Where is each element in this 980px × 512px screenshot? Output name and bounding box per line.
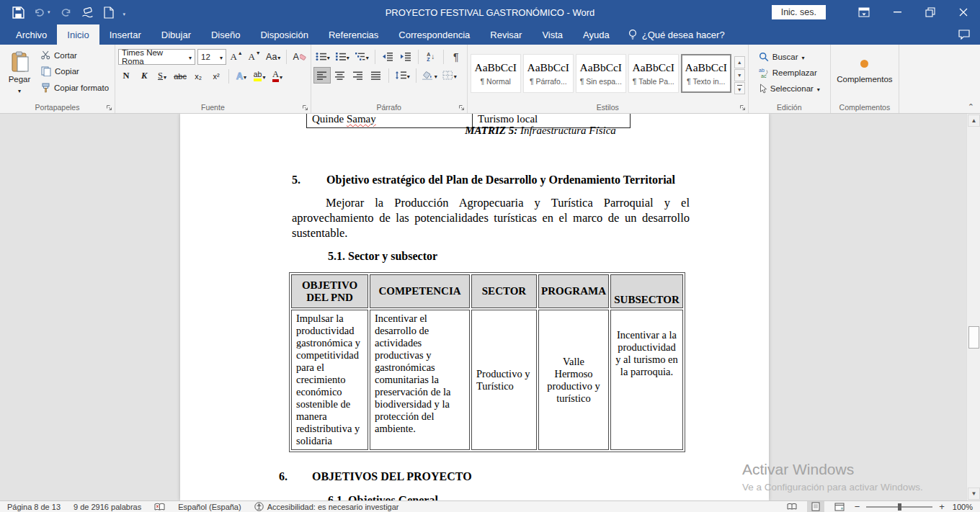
tab-dibujar[interactable]: Dibujar	[151, 24, 201, 45]
style-table-paragraph[interactable]: AaBbCcI ¶ Table Pa...	[628, 54, 679, 93]
style-normal[interactable]: AaBbCcI ¶ Normal	[471, 54, 521, 93]
tab-diseno[interactable]: Diseño	[201, 24, 250, 45]
italic-button[interactable]: K	[136, 68, 152, 84]
tab-insertar[interactable]: Insertar	[99, 24, 151, 45]
dialog-launcher-icon[interactable]	[302, 104, 308, 111]
dialog-launcher-icon[interactable]	[106, 104, 112, 111]
save-icon[interactable]	[12, 5, 24, 19]
align-right-button[interactable]	[350, 68, 366, 83]
superscript-button[interactable]: x²	[208, 68, 224, 84]
clear-formatting-button[interactable]: A	[291, 50, 307, 65]
paste-button[interactable]: Pegar	[3, 48, 36, 98]
line-spacing-button[interactable]	[393, 68, 411, 83]
select-button[interactable]: Seleccionar	[756, 82, 823, 95]
page-indicator[interactable]: Página 8 de 13	[7, 503, 61, 511]
sort-a-glyph: A	[427, 52, 430, 57]
show-paragraph-marks-button[interactable]: ¶	[448, 49, 464, 64]
collapse-ribbon-icon[interactable]: ⌃	[968, 102, 974, 112]
tab-ayuda[interactable]: Ayuda	[573, 24, 620, 45]
word-count[interactable]: 9 de 2916 palabras	[74, 503, 141, 511]
style-parrafo[interactable]: AaBbCcI ¶ Párrafo...	[523, 54, 574, 93]
vertical-scrollbar[interactable]: ▲ ▼	[966, 114, 980, 500]
dialog-launcher-icon[interactable]	[739, 104, 746, 111]
zoom-level[interactable]: 100%	[953, 503, 973, 511]
feedback-icon[interactable]	[958, 24, 970, 45]
font-color-button[interactable]: A	[270, 68, 285, 84]
bullets-dropdown-icon	[327, 52, 330, 62]
style-sin-espaciado[interactable]: AaBbCcI ¶ Sin espa...	[576, 54, 626, 93]
increase-indent-button[interactable]	[398, 49, 414, 64]
justify-button[interactable]	[368, 68, 384, 83]
zoom-in-button[interactable]	[939, 501, 945, 512]
styles-scroll-down-icon[interactable]: ▼	[734, 69, 745, 81]
tab-correspondencia[interactable]: Correspondencia	[388, 24, 480, 45]
align-center-button[interactable]	[332, 68, 348, 83]
numbering-button[interactable]	[334, 49, 351, 64]
subscript-button[interactable]: x₂	[190, 68, 206, 84]
borders-button[interactable]	[441, 68, 458, 83]
tab-referencias[interactable]: Referencias	[318, 24, 388, 45]
bullets-button[interactable]	[314, 49, 331, 64]
tab-inicio[interactable]: Inicio	[57, 24, 99, 45]
draw-eraser-icon[interactable]	[81, 5, 94, 19]
misspelled-word: Samay	[347, 114, 376, 125]
font-name-dropdown-icon	[189, 53, 192, 61]
highlight-button[interactable]: ab	[251, 68, 267, 84]
language-indicator[interactable]: Español (España)	[178, 503, 241, 511]
customize-qat-icon[interactable]	[123, 5, 126, 19]
zoom-slider-thumb[interactable]	[898, 503, 901, 511]
tab-archivo[interactable]: Archivo	[6, 24, 57, 45]
dialog-launcher-icon[interactable]	[458, 104, 465, 111]
styles-more-icon[interactable]: ▼	[734, 82, 745, 94]
style-preview: AaBbCcI	[632, 61, 674, 74]
restore-button[interactable]	[914, 0, 947, 24]
shrink-font-button[interactable]: A▼	[246, 50, 262, 65]
read-mode-icon[interactable]	[783, 501, 801, 512]
numbering-icon	[335, 52, 346, 61]
new-document-icon[interactable]	[104, 5, 114, 19]
tab-vista[interactable]: Vista	[532, 24, 573, 45]
grow-font-button[interactable]: A▲	[228, 50, 244, 65]
zoom-slider[interactable]	[866, 506, 932, 508]
copy-button[interactable]: Copiar	[38, 65, 112, 78]
sign-in-button[interactable]: Inic. ses.	[772, 5, 826, 19]
undo-icon[interactable]	[34, 5, 50, 19]
sort-button[interactable]: AZ ↓	[423, 49, 439, 64]
format-painter-button[interactable]: Copiar formato	[38, 81, 112, 94]
scroll-up-icon[interactable]: ▲	[968, 114, 980, 127]
ribbon-display-options-icon[interactable]	[847, 0, 881, 24]
shading-button[interactable]	[421, 68, 439, 83]
close-button[interactable]	[947, 0, 980, 24]
zoom-out-button[interactable]	[855, 501, 860, 512]
minimize-button[interactable]	[881, 0, 914, 24]
proofing-status[interactable]	[154, 503, 165, 511]
replace-button[interactable]: abac Reemplazar	[756, 66, 823, 79]
print-layout-icon[interactable]	[807, 501, 824, 512]
text-effects-button[interactable]: A	[233, 68, 249, 84]
tell-me-box[interactable]: ¿Qué desea hacer?	[620, 24, 734, 45]
strikethrough-button[interactable]: abc	[172, 68, 188, 84]
font-size-combo[interactable]: 12	[197, 49, 226, 65]
web-layout-icon[interactable]	[831, 501, 848, 512]
redo-icon[interactable]	[60, 5, 71, 19]
multilevel-list-button[interactable]	[353, 49, 370, 64]
tab-revisar[interactable]: Revisar	[480, 24, 532, 45]
addins-button[interactable]: Complementos	[834, 48, 896, 95]
style-texto-independiente[interactable]: AaBbCcI ¶ Texto in...	[681, 54, 731, 93]
document-page[interactable]: Quinde Samay Turismo local MATRIZ 5: Inf…	[180, 114, 769, 500]
font-name-combo[interactable]: Times New Roma	[118, 49, 195, 65]
find-button[interactable]: Buscar	[756, 50, 823, 63]
underline-button[interactable]: S	[154, 68, 170, 84]
change-case-button[interactable]: Aa	[264, 50, 282, 65]
cut-button[interactable]: Cortar	[38, 49, 112, 61]
scroll-down-icon[interactable]: ▼	[968, 488, 980, 500]
heading-6: 6. OBJETIVOS DEL PROYECTO	[279, 470, 472, 483]
scrollbar-thumb[interactable]	[968, 326, 979, 349]
multilevel-dropdown-icon	[366, 52, 369, 62]
accessibility-status[interactable]: Accesibilidad: es necesario investigar	[254, 502, 399, 511]
tab-disposicion[interactable]: Disposición	[250, 24, 318, 45]
styles-scroll-up-icon[interactable]: ▲	[734, 56, 745, 68]
bold-button[interactable]: N	[118, 68, 134, 84]
align-left-button[interactable]	[314, 68, 330, 83]
decrease-indent-button[interactable]	[380, 49, 396, 64]
